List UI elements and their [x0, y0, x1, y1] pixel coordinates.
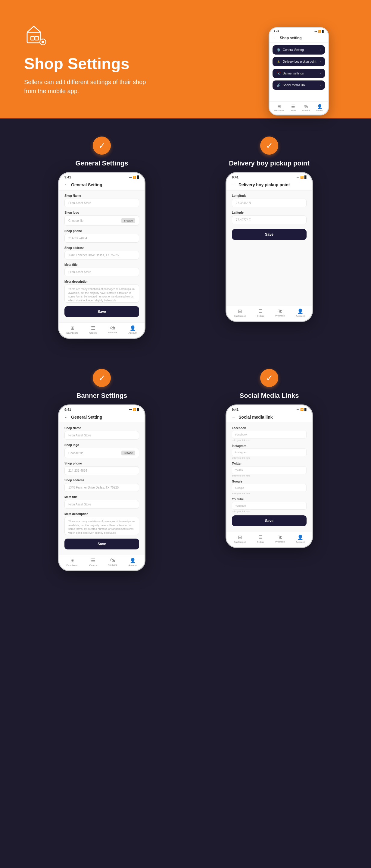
youtube-input[interactable]: YouTube [232, 502, 307, 510]
b-shop-logo-label: Shop logo [64, 443, 139, 447]
shop-name-input[interactable]: Filon Asset Store [64, 198, 139, 207]
banner-save-button[interactable]: Save [64, 538, 139, 550]
social-save-button[interactable]: Save [232, 516, 307, 526]
delivery-phone-status-icons: ▪▪▪ 🛜 ▉ [296, 176, 307, 179]
shop-address-input[interactable]: 1348 Fancher Drive Dallas, TX 75225 [64, 251, 139, 259]
b-meta-desc-input[interactable]: There are many variations of passages of… [64, 517, 139, 535]
menu-item-social[interactable]: 🔗 Social media link › [273, 81, 325, 90]
google-input[interactable]: Google [232, 484, 307, 492]
b-shop-name-input[interactable]: Filon Asset Store [64, 431, 139, 440]
b-shop-logo-input[interactable]: Choose file Browse [64, 448, 139, 458]
menu-item-general[interactable]: ⚙️ General Setting › [273, 45, 325, 55]
d-wifi-icon: 🛜 [300, 176, 304, 179]
g-nav-orders[interactable]: ☰ Orders [90, 325, 97, 334]
menu-item-banner[interactable]: ✂️ Banner settings › [273, 69, 325, 78]
general-phone-header-title: General Setting [71, 182, 102, 187]
d-nav-products[interactable]: 🛍 Products [275, 308, 285, 317]
d-products-icon: 🛍 [278, 308, 282, 314]
meta-desc-input[interactable]: There are many variations of passages of… [64, 284, 139, 303]
s-account-icon: 👤 [297, 534, 303, 540]
browse-button[interactable]: Browse [121, 218, 135, 223]
s-dashboard-icon: ⊞ [238, 534, 242, 540]
b-shop-phone-input[interactable]: 214-235-4864 [64, 466, 139, 475]
delivery-phone-header: ← Delivery boy pickup point [227, 180, 312, 190]
facebook-field: Facebook Facebook enter your link here [232, 427, 307, 441]
products-nav-label: Products [302, 110, 310, 112]
social-phone-status: 9:41 ▪▪▪ 🛜 ▉ [227, 405, 312, 412]
general-setting-icon: ⚙️ [277, 48, 280, 52]
nav-account[interactable]: 👤 Account [315, 104, 323, 112]
banner-back-arrow[interactable]: ← [64, 415, 68, 419]
b-signal-icon: ▪▪▪ [129, 408, 132, 411]
general-save-button[interactable]: Save [64, 306, 139, 317]
general-battery-icon: ▉ [137, 176, 139, 179]
longitude-input[interactable]: 27.3546° N [232, 198, 307, 207]
s-nav-account[interactable]: 👤 Account [296, 534, 305, 544]
delivery-feature-title: Delivery boy pickup point [229, 159, 310, 167]
d-nav-orders[interactable]: ☰ Orders [257, 308, 264, 317]
nav-products[interactable]: 🛍 Products [302, 104, 310, 112]
delivery-check-badge: ✓ [260, 136, 278, 155]
menu-item-delivery[interactable]: 🚴 Delivery boy pickup point › [273, 57, 325, 66]
bn-nav-dashboard[interactable]: ⊞ Dashboard [66, 558, 78, 567]
delivery-save-button[interactable]: Save [232, 229, 307, 240]
bn-nav-orders[interactable]: ☰ Orders [90, 558, 97, 567]
b-wifi-icon: 🛜 [133, 408, 136, 411]
b-meta-title-input[interactable]: Filon Asset Store [64, 500, 139, 509]
d-nav-account[interactable]: 👤 Account [296, 308, 305, 317]
social-phone-status-icons: ▪▪▪ 🛜 ▉ [296, 408, 307, 411]
g-products-icon: 🛍 [110, 325, 115, 331]
hero-phone-header-title: Shop setting [280, 36, 302, 40]
s-nav-products[interactable]: 🛍 Products [275, 534, 285, 544]
s-nav-orders[interactable]: ☰ Orders [257, 534, 264, 544]
bn-account-label: Account [129, 564, 137, 567]
delivery-phone-header-title: Delivery boy pickup point [238, 182, 290, 187]
meta-title-label: Meta title [64, 263, 139, 267]
facebook-label: Facebook [232, 427, 307, 430]
social-back-arrow[interactable]: ← [232, 415, 235, 419]
s-battery-icon: ▉ [304, 408, 307, 411]
hero-section: Shop Settings Sellers can edit different… [0, 0, 371, 119]
shop-logo-input[interactable]: Choose file Browse [64, 216, 139, 226]
longitude-field: Longitude 27.3546° N [232, 194, 307, 207]
g-account-label: Account [129, 332, 137, 334]
shop-phone-input[interactable]: 214-235-4864 [64, 234, 139, 243]
banner-phone-time: 9:41 [64, 408, 71, 411]
facebook-input[interactable]: Facebook [232, 431, 307, 438]
d-products-label: Products [275, 314, 285, 317]
hero-subtitle: Sellers can edit different settings of t… [24, 78, 150, 96]
shop-logo-label: Shop logo [64, 211, 139, 214]
social-phone: 9:41 ▪▪▪ 🛜 ▉ ← Social media link Faceboo… [226, 404, 313, 548]
chevron-right-icon: › [320, 48, 321, 52]
instagram-input[interactable]: Instagram [232, 448, 307, 456]
general-phone-time: 9:41 [64, 176, 71, 179]
g-nav-dashboard[interactable]: ⊞ Dashboard [66, 325, 78, 334]
d-dashboard-icon: ⊞ [238, 308, 242, 314]
twitter-input[interactable]: Twitter [232, 466, 307, 474]
s-orders-label: Orders [257, 541, 264, 544]
b-browse-button[interactable]: Browse [121, 451, 135, 456]
bn-nav-account[interactable]: 👤 Account [129, 558, 137, 567]
nav-orders[interactable]: ☰ Orders [290, 104, 296, 112]
b-shop-address-input[interactable]: 1348 Fancher Drive Dallas, TX 75225 [64, 483, 139, 492]
g-nav-products[interactable]: 🛍 Products [108, 325, 117, 334]
d-nav-dashboard[interactable]: ⊞ Dashboard [234, 308, 245, 317]
general-phone-status-icons: ▪▪▪ 🛜 ▉ [129, 176, 139, 179]
shop-phone-label: Shop phone [64, 229, 139, 233]
facebook-hint: enter your link here [232, 439, 307, 441]
general-back-arrow[interactable]: ← [64, 183, 68, 187]
g-nav-account[interactable]: 👤 Account [129, 325, 137, 334]
back-arrow-icon[interactable]: ← [274, 36, 277, 40]
s-wifi-icon: 🛜 [300, 408, 304, 411]
s-nav-dashboard[interactable]: ⊞ Dashboard [234, 534, 245, 544]
latitude-input[interactable]: 77.4977° E [232, 216, 307, 224]
social-feature-title: Social Media Links [240, 392, 299, 400]
delivery-back-arrow[interactable]: ← [232, 183, 235, 187]
nav-dashboard[interactable]: ⊞ Dashboard [274, 104, 284, 112]
meta-title-input[interactable]: Filon Asset Store [64, 268, 139, 276]
banner-phone-header: ← General Setting [59, 412, 144, 423]
b-shop-name-field: Shop Name Filon Asset Store [64, 427, 139, 440]
bn-nav-products[interactable]: 🛍 Products [108, 558, 117, 567]
g-dashboard-icon: ⊞ [70, 325, 74, 331]
svg-rect-1 [31, 36, 34, 40]
